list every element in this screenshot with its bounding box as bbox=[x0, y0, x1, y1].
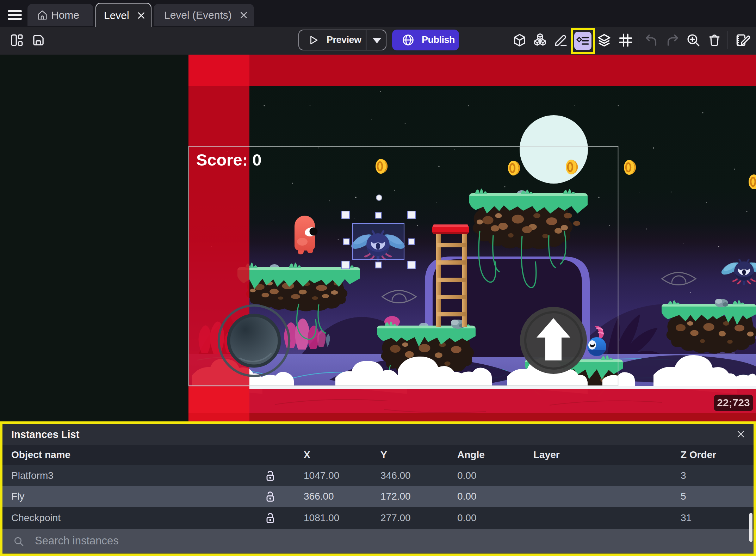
instances-table-header: Object name X Y Angle Layer Z Order bbox=[2, 445, 754, 465]
zoom-in-icon[interactable] bbox=[686, 33, 701, 48]
red-zone-bottom[interactable] bbox=[188, 387, 756, 424]
play-icon bbox=[308, 35, 319, 46]
instance-y[interactable]: 346.00 bbox=[372, 470, 448, 481]
redo-icon[interactable] bbox=[665, 33, 680, 48]
instance-y[interactable]: 172.00 bbox=[372, 491, 448, 502]
tab-level[interactable]: Level bbox=[95, 3, 151, 27]
tab-level-events[interactable]: Level (Events) bbox=[154, 4, 254, 26]
instance-row-fly[interactable]: Fly 366.00 172.00 0.00 5 bbox=[2, 486, 754, 507]
home-icon bbox=[36, 9, 48, 21]
instance-name: Checkpoint bbox=[2, 512, 265, 524]
publish-label: Publish bbox=[422, 35, 455, 45]
rotate-handle[interactable] bbox=[376, 195, 382, 200]
tab-home[interactable]: Home bbox=[27, 4, 93, 26]
cloud-band bbox=[188, 386, 756, 389]
globe-icon bbox=[402, 33, 415, 47]
joystick-control[interactable] bbox=[219, 305, 289, 376]
edit-scene-properties-icon[interactable] bbox=[735, 33, 751, 48]
instances-list-panel: Instances List Object name X Y Angle Lay… bbox=[0, 421, 756, 556]
grid-icon[interactable] bbox=[618, 33, 633, 48]
instances-search[interactable]: Search instances bbox=[2, 529, 754, 553]
delete-icon[interactable] bbox=[707, 33, 722, 48]
instances-panel-close-icon[interactable] bbox=[736, 429, 746, 439]
instance-z-order[interactable]: 5 bbox=[672, 491, 754, 502]
col-angle: Angle bbox=[448, 449, 525, 461]
instance-z-order[interactable]: 31 bbox=[672, 512, 754, 524]
toolbar-separator bbox=[638, 31, 638, 49]
instance-x[interactable]: 1047.00 bbox=[295, 470, 372, 481]
instances-panel-header: Instances List bbox=[2, 424, 754, 445]
unlock-icon[interactable] bbox=[265, 512, 275, 524]
instances-list-icon bbox=[576, 34, 590, 48]
unlock-icon[interactable] bbox=[265, 490, 275, 502]
edit-pen-icon[interactable] bbox=[553, 33, 568, 48]
tab-home-label: Home bbox=[48, 9, 82, 21]
preview-button[interactable]: Preview bbox=[298, 30, 386, 50]
instance-angle[interactable]: 0.00 bbox=[448, 470, 525, 481]
undo-icon[interactable] bbox=[644, 33, 659, 48]
tab-level-close-icon[interactable] bbox=[137, 11, 146, 20]
instances-search-placeholder: Search instances bbox=[35, 535, 119, 547]
red-zone-left[interactable] bbox=[188, 55, 249, 424]
instance-z-order[interactable]: 3 bbox=[672, 470, 754, 481]
tab-level-events-label: Level (Events) bbox=[161, 9, 235, 21]
instance-row-platform3[interactable]: Platform3 1047.00 346.00 0.00 3 bbox=[2, 465, 754, 486]
preview-label: Preview bbox=[327, 35, 361, 45]
col-x: X bbox=[295, 449, 372, 461]
jump-button[interactable] bbox=[520, 307, 587, 374]
gdevelop-window: Home Level Level (Events) bbox=[0, 0, 756, 556]
instances-list-toggle[interactable] bbox=[574, 32, 591, 50]
instance-y[interactable]: 277.00 bbox=[372, 512, 448, 524]
instance-name: Platform3 bbox=[2, 470, 265, 481]
moon[interactable] bbox=[520, 115, 588, 184]
instance-row-checkpoint[interactable]: Checkpoint 1081.00 277.00 0.00 31 bbox=[2, 507, 754, 529]
instance-x[interactable]: 366.00 bbox=[295, 491, 372, 502]
preview-divider bbox=[366, 30, 366, 50]
col-object-name: Object name bbox=[2, 449, 265, 461]
cursor-position-text: 22;723 bbox=[717, 397, 750, 408]
save-icon[interactable] bbox=[31, 33, 46, 48]
red-zone-top[interactable] bbox=[188, 55, 756, 86]
search-icon bbox=[13, 536, 24, 547]
col-y: Y bbox=[372, 449, 448, 461]
instances-panel-title: Instances List bbox=[11, 429, 79, 440]
object-groups-icon[interactable] bbox=[533, 33, 547, 48]
instance-x[interactable]: 1081.00 bbox=[295, 512, 372, 524]
score-label: Score: 0 bbox=[196, 150, 261, 169]
objects-icon[interactable] bbox=[512, 33, 527, 48]
instance-angle[interactable]: 0.00 bbox=[448, 491, 525, 502]
tab-bar: Home Level Level (Events) bbox=[0, 0, 756, 27]
cursor-position-badge: 22;723 bbox=[714, 395, 753, 411]
game-artwork bbox=[188, 55, 756, 424]
tab-level-label: Level bbox=[101, 10, 132, 21]
red-zone-overlap bbox=[188, 55, 249, 86]
layers-icon[interactable] bbox=[597, 33, 612, 48]
main-menu-button[interactable] bbox=[8, 10, 22, 21]
tab-level-events-close-icon[interactable] bbox=[239, 11, 248, 20]
publish-button[interactable]: Publish bbox=[392, 30, 459, 50]
project-manager-icon[interactable] bbox=[10, 33, 24, 48]
instance-angle[interactable]: 0.00 bbox=[448, 512, 525, 524]
stone bbox=[715, 299, 728, 307]
preview-dropdown-caret[interactable] bbox=[373, 38, 381, 43]
scene-editor-canvas[interactable]: Score: 0 bbox=[0, 55, 756, 424]
toolbar-separator bbox=[727, 31, 727, 49]
col-layer: Layer bbox=[525, 449, 672, 461]
col-z-order: Z Order bbox=[672, 449, 754, 461]
platform-right[interactable] bbox=[662, 299, 756, 354]
panel-scrollbar[interactable] bbox=[749, 513, 752, 542]
unlock-icon[interactable] bbox=[265, 470, 275, 482]
instance-name: Fly bbox=[2, 491, 265, 502]
